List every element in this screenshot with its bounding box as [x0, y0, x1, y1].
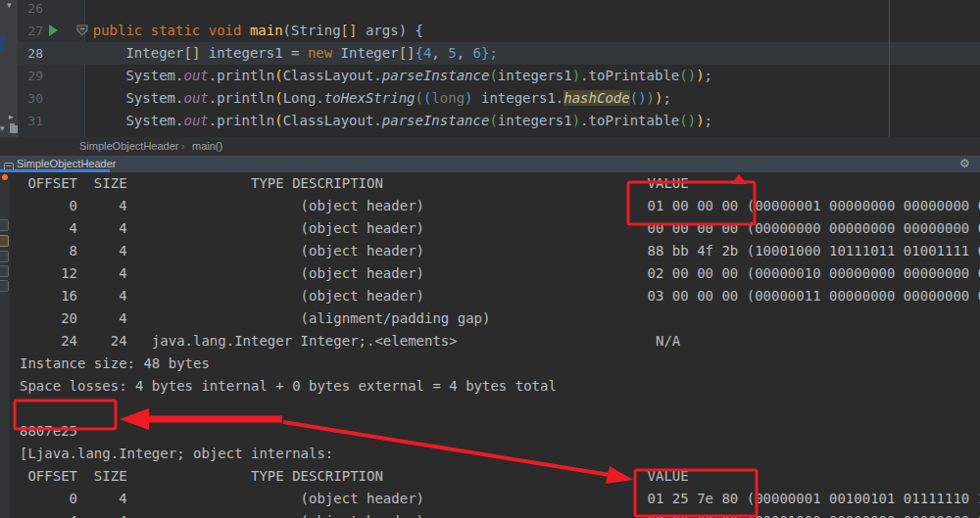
gear-icon[interactable]: ⚙ [959, 157, 970, 170]
console-toolbar-icon[interactable] [0, 235, 9, 247]
process-running-icon [2, 174, 8, 180]
code-line[interactable]: public static void main(String[] args) { [60, 20, 712, 42]
ide-window: ▾ ▸ ▾ 262728293031 public static void ma… [0, 0, 980, 518]
breadcrumb-method[interactable]: main() [192, 137, 222, 156]
expand-arrow-icon[interactable]: ▸ [9, 113, 14, 121]
code-text[interactable]: public static void main(String[] args) {… [60, 0, 712, 132]
code-line[interactable]: Integer[] integers1 = new Integer[]{4, 5… [60, 42, 712, 65]
code-line[interactable]: System.out.println(ClassLayout.parseInst… [60, 110, 712, 132]
code-line[interactable]: System.out.println(Long.toHexString((lon… [60, 87, 712, 110]
code-line[interactable]: System.out.println(ClassLayout.parseInst… [60, 65, 712, 87]
collapse-arrow-icon[interactable]: ▾ [0, 124, 5, 133]
tab-simpleobjectheader[interactable]: SimpleObjectHeader × [0, 156, 110, 172]
console-toolbar-icon[interactable] [0, 251, 9, 262]
console-toolbar-icon[interactable] [0, 280, 9, 292]
run-console[interactable]: OFFSET SIZE TYPE DESCRIPTION VALUE 0 4 (… [0, 172, 980, 518]
collapse-arrow-icon[interactable]: ▾ [7, 1, 12, 10]
breadcrumb: SimpleObjectHeader › main() [0, 137, 980, 156]
code-editor[interactable]: 262728293031 public static void main(Str… [18, 0, 980, 137]
run-main-icon[interactable] [49, 24, 58, 36]
console-toolbar-stripe [0, 172, 10, 518]
console-output[interactable]: OFFSET SIZE TYPE DESCRIPTION VALUE 0 4 (… [20, 172, 980, 518]
breadcrumb-separator: › [181, 137, 185, 156]
close-icon[interactable]: × [96, 158, 102, 168]
console-toolbar-icon[interactable] [0, 265, 9, 277]
tree-selection-fragment [0, 35, 6, 52]
console-tab-bar: SimpleObjectHeader × ⚙ [0, 156, 980, 172]
line-numbers: 262728293031 [18, 0, 43, 132]
code-line[interactable] [60, 0, 712, 20]
console-toolbar-icon[interactable] [0, 219, 9, 231]
left-tool-stripe: ▾ ▸ ▾ [0, 0, 18, 137]
breadcrumb-class[interactable]: SimpleObjectHeader [79, 137, 179, 156]
right-margin-guide [889, 0, 890, 137]
